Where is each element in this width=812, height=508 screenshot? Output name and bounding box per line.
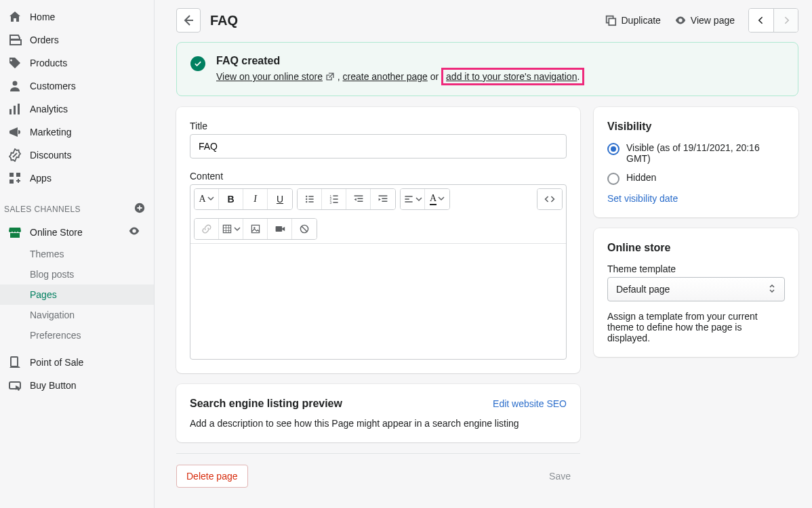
prev-button[interactable] [749, 9, 773, 32]
content-card: Title Content A B I U [176, 107, 580, 373]
rte-video[interactable] [268, 219, 292, 239]
page-header: FAQ Duplicate View page [176, 8, 798, 33]
banner-view-link[interactable]: View on your online store [216, 71, 323, 82]
title-input[interactable] [190, 134, 567, 158]
rte-indent[interactable] [371, 189, 395, 209]
svg-rect-36 [275, 226, 282, 232]
nav-customers[interactable]: Customers [0, 75, 154, 98]
rte-clear[interactable] [292, 219, 317, 239]
number-list-icon: 123 [329, 194, 340, 205]
nav-buy-button[interactable]: Buy Button [0, 374, 154, 397]
rte-color-dropdown[interactable]: A [425, 189, 449, 209]
visibility-card: Visibility Visible (as of 19/11/2021, 20… [594, 107, 798, 217]
svg-rect-11 [609, 18, 616, 25]
banner-text: View on your online store , create anoth… [216, 71, 584, 83]
rte-italic[interactable]: I [243, 189, 268, 209]
pagination [748, 8, 798, 33]
sales-channels-label: SALES CHANNELS [4, 205, 81, 214]
nav-pos-label: Point of Sale [30, 357, 83, 368]
nav-pos[interactable]: Point of Sale [0, 351, 154, 374]
rte-image[interactable] [243, 219, 268, 239]
nav-home-label: Home [30, 12, 55, 22]
rte-body[interactable] [190, 244, 566, 359]
nav-home[interactable]: Home [0, 5, 154, 28]
nav-apps[interactable]: Apps [0, 167, 154, 190]
svg-rect-34 [251, 225, 259, 232]
image-icon [250, 224, 261, 234]
chevron-down-icon [234, 224, 241, 234]
rte-format-dropdown[interactable]: A [195, 189, 219, 209]
radio-checked-icon [607, 143, 620, 155]
view-page-button[interactable]: View page [674, 14, 735, 26]
nav-discounts[interactable]: Discounts [0, 144, 154, 167]
nav-online-store[interactable]: Online Store [0, 220, 154, 244]
apps-icon [8, 171, 22, 185]
visibility-heading: Visibility [607, 121, 785, 133]
nav-analytics[interactable]: Analytics [0, 98, 154, 121]
nav-orders[interactable]: Orders [0, 28, 154, 51]
svg-point-0 [13, 81, 18, 86]
visibility-hidden-option[interactable]: Hidden [607, 172, 785, 185]
sidebar: Home Orders Products Customers Analytics… [0, 0, 155, 508]
svg-rect-22 [333, 198, 338, 200]
svg-point-12 [306, 196, 307, 197]
delete-page-button[interactable]: Delete page [176, 465, 248, 488]
title-label: Title [190, 121, 567, 131]
svg-text:3: 3 [329, 201, 331, 205]
nav-customers-label: Customers [30, 81, 76, 91]
rte-number-list[interactable]: 123 [322, 189, 346, 209]
rte-bold[interactable]: B [219, 189, 243, 209]
nav-analytics-label: Analytics [30, 104, 68, 114]
banner-nav-link[interactable]: add it to your store's navigation [446, 71, 577, 82]
megaphone-icon [8, 125, 22, 139]
indent-icon [378, 194, 388, 205]
duplicate-button[interactable]: Duplicate [605, 14, 660, 26]
nav-navigation[interactable]: Navigation [0, 305, 154, 325]
back-button[interactable] [176, 8, 201, 33]
svg-rect-21 [333, 195, 338, 196]
arrow-left-icon [182, 14, 195, 27]
nav-products[interactable]: Products [0, 51, 154, 75]
rte-link [195, 219, 219, 239]
view-store-icon[interactable] [128, 225, 146, 239]
nav-themes[interactable]: Themes [0, 244, 154, 264]
success-banner: FAQ created View on your online store , … [176, 42, 798, 96]
rte-table-dropdown[interactable] [219, 219, 243, 239]
person-icon [8, 79, 22, 93]
code-icon [544, 194, 555, 205]
link-icon [201, 224, 212, 234]
rte-bullet-list[interactable] [298, 189, 322, 209]
nav-buy-button-label: Buy Button [30, 380, 77, 391]
edit-seo-link[interactable]: Edit website SEO [493, 398, 567, 409]
svg-point-13 [306, 198, 307, 200]
outdent-icon [353, 194, 364, 205]
rte-outdent[interactable] [346, 189, 371, 209]
nav-preferences[interactable]: Preferences [0, 325, 154, 345]
add-channel-icon[interactable] [134, 202, 146, 216]
banner-create-link[interactable]: create another page [343, 71, 428, 82]
nav-blog-posts[interactable]: Blog posts [0, 264, 154, 284]
set-visibility-date-link[interactable]: Set visibility date [607, 193, 785, 204]
svg-rect-26 [357, 200, 363, 202]
orders-icon [8, 33, 22, 47]
rte-html[interactable] [537, 189, 562, 209]
nav-marketing[interactable]: Marketing [0, 121, 154, 144]
external-icon [325, 72, 335, 83]
banner-nav-highlight: add it to your store's navigation. [441, 68, 584, 85]
main-content: FAQ Duplicate View page [155, 0, 812, 508]
chevron-down-icon [438, 194, 445, 205]
content-label: Content [190, 171, 567, 182]
banner-sep2: or [430, 71, 441, 82]
template-select[interactable]: Default page [607, 277, 785, 301]
nav-pages[interactable]: Pages [0, 284, 154, 305]
template-label: Theme template [607, 263, 785, 274]
bullet-list-icon [304, 194, 315, 205]
svg-rect-27 [379, 195, 388, 196]
rte-align-dropdown[interactable] [401, 189, 425, 209]
visibility-visible-option[interactable]: Visible (as of 19/11/2021, 20:16 GMT) [607, 142, 785, 164]
rte-underline[interactable]: U [268, 189, 292, 209]
chevron-down-icon [415, 194, 422, 205]
next-button [773, 9, 798, 32]
duplicate-label: Duplicate [621, 15, 660, 26]
svg-rect-6 [9, 179, 14, 184]
